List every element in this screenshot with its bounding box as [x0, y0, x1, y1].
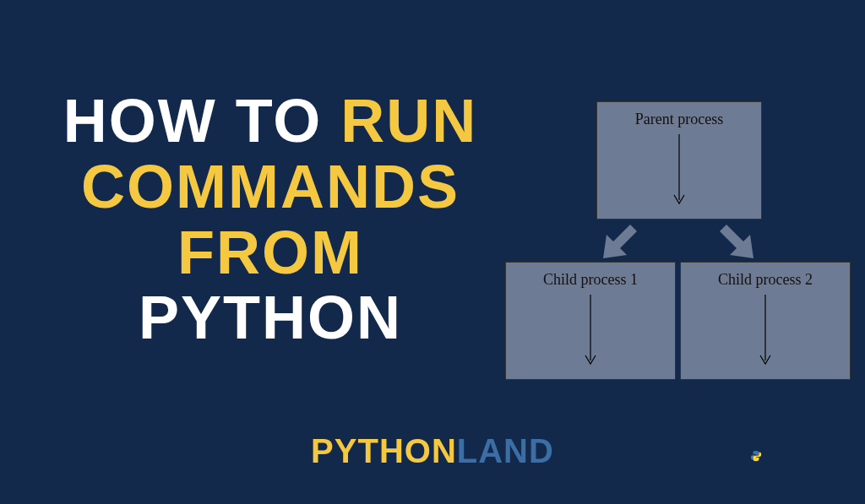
- child-process-2-label: Child process 2: [681, 263, 850, 289]
- headline-line-3: FROM: [42, 220, 498, 286]
- headline-block: HOW TO RUN COMMANDS FROM PYTHON: [42, 89, 498, 351]
- headline-line-1: HOW TO RUN: [42, 89, 498, 154]
- footer-word-land: LAND: [457, 432, 554, 470]
- parent-process-label: Parent process: [597, 102, 761, 128]
- headline-text-run: RUN: [340, 87, 477, 154]
- down-arrow-icon: [671, 134, 688, 210]
- python-logo-icon: [750, 450, 762, 462]
- fork-arrow-left-icon: [600, 221, 642, 263]
- footer-word-python: PYTHON: [311, 432, 457, 470]
- parent-process-box: Parent process: [596, 101, 762, 219]
- headline-line-2: COMMANDS: [42, 154, 498, 220]
- svg-marker-2: [720, 225, 753, 258]
- down-arrow-icon: [582, 295, 599, 371]
- child-process-1-box: Child process 1: [505, 262, 676, 380]
- process-diagram: Parent process Child process 1 Child pro…: [505, 101, 851, 388]
- fork-arrow-right-icon: [715, 221, 757, 263]
- headline-text-howto: HOW TO: [63, 87, 341, 154]
- footer-brand: PYTHON LAND: [0, 432, 865, 470]
- child-process-2-box: Child process 2: [680, 262, 851, 380]
- headline-line-4: PYTHON: [42, 285, 498, 351]
- down-arrow-icon: [757, 295, 774, 371]
- svg-marker-1: [603, 225, 637, 258]
- child-process-1-label: Child process 1: [506, 263, 675, 289]
